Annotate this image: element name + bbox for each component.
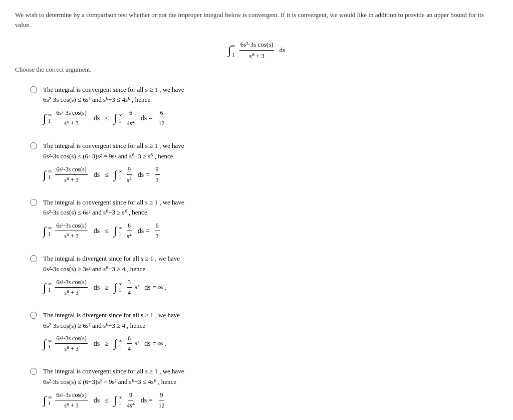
option-2-content: The integral is convergent since for all… [43,141,498,186]
and-1: and [92,96,102,103]
option-3-formula: ∫ ∞1 6s²-3s cos(s) s⁶ + 3 ds ≤ ∫ ∞1 6 s⁴… [43,221,498,241]
option-5-content: The integral is divergent since for all … [43,310,498,356]
radio-6[interactable] [30,368,37,375]
option-4-content: The integral is divergent since for all … [43,254,498,299]
option-1: The integral is convergent since for all… [30,85,498,130]
option-6: The integral is convergent since for all… [30,366,498,412]
and-2: and [118,152,128,160]
radio-1[interactable] [30,86,37,93]
option-2: The integral is convergent since for all… [30,141,498,186]
and-6: and [118,378,128,385]
radio-2[interactable] [30,142,37,149]
option-2-text: The integral is convergent since for all… [43,141,498,162]
radio-4[interactable] [30,255,37,262]
option-4: The integral is divergent since for all … [30,254,498,299]
option-5-formula: ∫ ∞1 6s²-3s cos(s) s⁶ + 3 ds ≥ ∫ ∞1 6 4 … [43,334,498,353]
option-5: The integral is divergent since for all … [30,310,498,356]
option-4-formula: ∫ ∞1 6s²-3s cos(s) s⁶ + 3 ds ≥ ∫ ∞1 3 4 … [43,278,498,297]
option-1-formula: ∫ ∞1 6s²-3s cos(s) s⁶ + 3 ds ≤ ∫ ∞1 6 4s… [43,108,498,128]
choose-text: Choose the correct argument. [15,65,498,75]
header-integral: ∫ ∞ 1 6s²-3s cos(s) s⁶ + 3 ds [15,40,498,61]
option-3-text: The integral is convergent since for all… [43,197,498,219]
and-4: and [92,265,102,273]
option-1-text: The integral is convergent since for all… [43,85,498,106]
option-2-formula: ∫ ∞1 6s²-3s cos(s) s⁶ + 3 ds ≤ ∫ ∞1 9 s⁴… [43,165,498,184]
intro-text: We wish to determine by a comparison tes… [15,10,498,30]
and-3: and [92,208,102,216]
radio-5[interactable] [30,312,37,319]
option-3-content: The integral is convergent since for all… [43,197,498,243]
and-5: and [92,322,102,329]
option-1-content: The integral is convergent since for all… [43,85,498,130]
option-6-text: The integral is convergent since for all… [43,366,498,387]
option-4-text: The integral is divergent since for all … [43,254,498,275]
option-5-text: The integral is divergent since for all … [43,310,498,331]
option-3: The integral is convergent since for all… [30,197,498,243]
option-6-content: The integral is convergent since for all… [43,366,498,412]
radio-3[interactable] [30,199,37,206]
option-6-formula: ∫ ∞1 6s²-3s cos(s) s⁶ + 3 ds ≤ ∫ ∞1 9 4s… [43,390,498,410]
